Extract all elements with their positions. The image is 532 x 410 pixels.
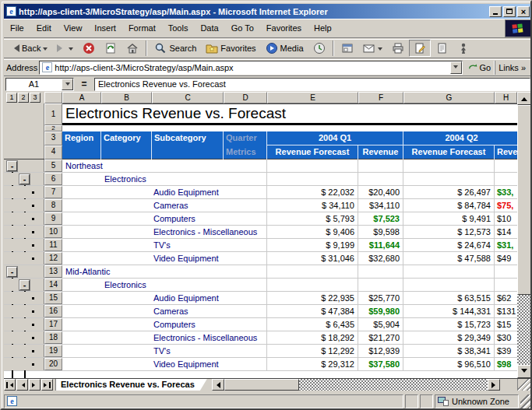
row-header[interactable]: 18 — [44, 331, 62, 344]
cell-q1-revenue[interactable]: $37,580 — [358, 358, 403, 370]
cell-label[interactable]: Audio Equipment — [62, 186, 267, 198]
formula-input[interactable]: Electronics Revenue vs. Forecast — [94, 78, 530, 91]
row-header[interactable]: 12 — [44, 252, 62, 265]
menu-data[interactable]: Data — [194, 21, 224, 35]
first-sheet-button[interactable] — [4, 379, 16, 391]
address-input[interactable]: e http://aps-client-3/MicroStrategy/asp/… — [39, 61, 462, 75]
cell-q2-forecast[interactable] — [403, 173, 495, 185]
window-resize-corner[interactable] — [517, 379, 531, 391]
cell-q2-revenue-clipped[interactable]: $31, — [495, 239, 520, 251]
cell-q2-forecast[interactable]: $ 15,723 — [403, 318, 495, 331]
scroll-right-button[interactable] — [488, 379, 500, 391]
cell-q1-forecast[interactable]: $ 31,046 — [267, 252, 358, 265]
cell-q1-revenue[interactable] — [358, 279, 403, 291]
cell-q2-forecast[interactable] — [403, 265, 495, 278]
cell-q2-forecast[interactable]: $ 9,491 — [403, 212, 495, 225]
favorites-button[interactable]: Favorites — [201, 40, 260, 57]
menu-tools[interactable]: Tools — [162, 21, 195, 35]
cell-q1-revenue[interactable]: $11,644 — [358, 239, 403, 251]
row-header[interactable]: 10 — [44, 226, 62, 238]
header-category[interactable]: Category — [101, 131, 152, 159]
row-header[interactable]: 4 — [44, 145, 62, 159]
row-header[interactable]: 5 — [44, 159, 62, 172]
cell-label[interactable]: TV's — [62, 345, 267, 357]
previous-sheet-button[interactable] — [16, 379, 28, 391]
cell-label[interactable]: Cameras — [62, 305, 267, 317]
cell-q1-revenue[interactable]: $59,980 — [358, 305, 403, 317]
cell-q1-forecast[interactable]: $ 12,292 — [267, 345, 358, 357]
last-sheet-button[interactable] — [41, 379, 53, 391]
cell-q1-revenue[interactable]: $25,770 — [358, 292, 403, 304]
cell-q2-forecast[interactable]: $ 144,331 — [403, 305, 495, 317]
cell-q2-forecast[interactable]: $ 63,515 — [403, 292, 495, 304]
cell-q2-forecast[interactable] — [403, 279, 495, 291]
forward-button[interactable] — [52, 40, 78, 57]
cell-q2-forecast[interactable]: $ 26,497 — [403, 186, 495, 198]
header-metrics[interactable]: Metrics — [224, 145, 267, 159]
column-header-g[interactable]: G — [403, 92, 495, 103]
cell-q2-revenue-clipped[interactable] — [495, 173, 520, 185]
outline-collapse-button[interactable]: - — [19, 174, 30, 184]
outline-level-1-button[interactable]: 1 — [6, 93, 17, 103]
cell-q1-revenue[interactable]: $9,598 — [358, 226, 403, 238]
cell-q2-revenue-clipped[interactable]: $15 — [495, 318, 520, 331]
cell-q2-forecast[interactable]: $ 24,674 — [403, 239, 495, 251]
column-header-h[interactable]: H — [495, 92, 517, 103]
cell-q1-revenue[interactable]: $12,939 — [358, 345, 403, 357]
history-button[interactable] — [308, 40, 330, 57]
cell-label[interactable]: Audio Equipment — [62, 292, 267, 304]
cell-q1-revenue[interactable]: $20,400 — [358, 186, 403, 198]
scroll-left-button[interactable] — [212, 379, 224, 391]
column-header-b[interactable]: B — [101, 92, 152, 103]
cell-label[interactable]: Video Equipment — [62, 358, 267, 370]
scroll-down-button[interactable] — [517, 365, 531, 378]
row-header[interactable]: 6 — [44, 173, 62, 185]
cell-q2-revenue-clipped[interactable] — [495, 279, 520, 291]
row-header[interactable]: 16 — [44, 305, 62, 317]
header-q1-revenue[interactable]: Revenue — [358, 145, 403, 159]
header-q1-revenue-forecast[interactable]: Revenue Forecast — [267, 145, 358, 159]
cell-q1-revenue[interactable]: $21,270 — [358, 331, 403, 344]
cell-q1-forecast[interactable]: $ 34,110 — [267, 199, 358, 212]
cell-q2-revenue-clipped[interactable]: $131 — [495, 305, 520, 317]
cell-name-box[interactable]: A1 — [5, 78, 74, 91]
cell-q2-revenue-clipped[interactable]: $98 — [495, 358, 520, 370]
cell-q1-forecast[interactable]: $ 22,935 — [267, 292, 358, 304]
cell-q1-forecast[interactable]: $ 9,406 — [267, 226, 358, 238]
row-header[interactable]: 20 — [44, 358, 62, 370]
cell-label[interactable]: Electronics — [62, 279, 267, 291]
menu-favorites[interactable]: Favorites — [260, 21, 308, 35]
menu-goto[interactable]: Go To — [225, 21, 260, 35]
vertical-scroll-track[interactable] — [517, 295, 531, 365]
next-sheet-button[interactable] — [29, 379, 41, 391]
cell-label[interactable]: TV's — [62, 239, 267, 251]
cell-q1-forecast[interactable] — [267, 173, 358, 185]
menu-format[interactable]: Format — [122, 21, 162, 35]
horizontal-scroll-track[interactable] — [299, 379, 488, 391]
vertical-scrollbar[interactable] — [517, 92, 531, 378]
cell-q1-revenue[interactable] — [358, 265, 403, 278]
links-bar[interactable]: Links » — [495, 61, 529, 75]
close-button[interactable]: × — [517, 6, 530, 17]
cell-q1-forecast[interactable]: $ 29,312 — [267, 358, 358, 370]
cell-label[interactable]: Electronics - Miscellaneous — [62, 226, 267, 238]
cell-q2-revenue-clipped[interactable]: $10 — [495, 212, 520, 225]
cell-q2-revenue-clipped[interactable] — [495, 265, 520, 278]
stop-button[interactable] — [78, 40, 100, 57]
outline-collapse-button[interactable]: - — [7, 161, 17, 171]
header-2004-q2[interactable]: 2004 Q2 — [403, 131, 520, 145]
menu-help[interactable]: Help — [308, 21, 338, 35]
column-header-f[interactable]: F — [358, 92, 403, 103]
edit-button[interactable] — [409, 40, 431, 57]
search-button[interactable]: Search — [150, 40, 201, 57]
row-header[interactable]: 17 — [44, 318, 62, 331]
cell-q2-revenue-clipped[interactable]: $30 — [495, 331, 520, 344]
print-button[interactable] — [387, 40, 409, 57]
cell-q1-revenue[interactable]: $32,680 — [358, 252, 403, 265]
header-subcategory[interactable]: Subcategory — [152, 131, 224, 159]
cell-label[interactable]: Electronics - Miscellaneous — [62, 331, 267, 344]
back-button[interactable]: Back — [5, 40, 52, 57]
cell-q1-forecast[interactable]: $ 47,384 — [267, 305, 358, 317]
cell-q2-forecast[interactable]: $ 96,510 — [403, 358, 495, 370]
cell-q1-forecast[interactable] — [267, 279, 358, 291]
